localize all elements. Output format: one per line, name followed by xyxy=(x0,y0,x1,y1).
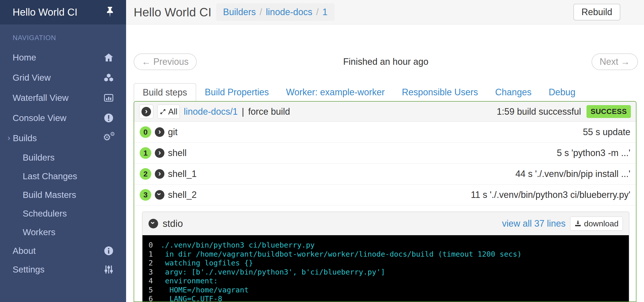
step-name: git xyxy=(168,127,178,137)
build-link[interactable]: linode-docs/1 xyxy=(184,106,238,117)
summary-separator: | xyxy=(242,106,244,117)
sidebar-item-builders[interactable]: Builders xyxy=(0,148,126,167)
expand-all-button[interactable]: All xyxy=(157,105,180,119)
step-name: shell_2 xyxy=(168,190,197,200)
tab-responsible-users[interactable]: Responsible Users xyxy=(393,83,487,101)
view-all-lines-link[interactable]: view all 37 lines xyxy=(502,218,566,229)
step-duration: 11 s './.venv/bin/python3 ci/blueberry.p… xyxy=(471,190,630,200)
sidebar-item-console-view[interactable]: Console View xyxy=(0,108,126,128)
cubes-icon xyxy=(103,73,114,82)
exclamation-circle-icon xyxy=(103,113,114,123)
sliders-icon xyxy=(103,265,114,274)
build-finished-status: Finished an hour ago xyxy=(343,56,428,67)
step-number-badge: 1 xyxy=(140,147,151,159)
next-build-button[interactable]: Next → xyxy=(592,53,638,70)
tab-debug[interactable]: Debug xyxy=(540,83,584,101)
chevron-right-icon[interactable] xyxy=(155,148,164,158)
chevron-right-icon[interactable] xyxy=(155,169,164,179)
collapse-toggle-button[interactable] xyxy=(139,105,153,119)
build-summary-panel: All linode-docs/1 | force build 1:59 bui… xyxy=(134,101,636,302)
build-summary-header: All linode-docs/1 | force build 1:59 bui… xyxy=(134,102,636,122)
info-circle-icon xyxy=(103,246,114,256)
breadcrumb-build-number[interactable]: 1 xyxy=(323,7,328,17)
sidebar-header: Hello World CI xyxy=(0,0,126,24)
step-duration: 55 s update xyxy=(583,127,630,137)
sidebar-item-build-masters[interactable]: Build Masters xyxy=(0,186,126,204)
page-header: Hello World CI Builders / linode-docs / … xyxy=(126,0,644,24)
main-content: Hello World CI Builders / linode-docs / … xyxy=(126,0,644,302)
sidebar-item-schedulers[interactable]: Schedulers xyxy=(0,204,126,223)
sidebar-item-home[interactable]: Home xyxy=(0,47,126,68)
breadcrumb-builder-name[interactable]: linode-docs xyxy=(266,7,312,17)
log-line: 2 watching logfiles {} xyxy=(149,259,629,268)
tab-build-steps[interactable]: Build steps xyxy=(134,83,196,101)
step-name: shell_1 xyxy=(168,169,197,179)
step-name: shell xyxy=(168,148,187,158)
expand-icon xyxy=(160,108,166,115)
log-line: 3 argv: [b'./.venv/bin/python3', b'ci/bl… xyxy=(149,268,629,277)
sidebar-item-waterfall-view[interactable]: Waterfall View xyxy=(0,88,126,108)
chevron-down-icon[interactable] xyxy=(149,219,158,228)
build-reason: force build xyxy=(248,106,290,117)
log-line: 4 environment: xyxy=(149,277,629,286)
sidebar-item-grid-view[interactable]: Grid View xyxy=(0,68,126,88)
log-title: stdio xyxy=(163,218,183,229)
log-line: 5 HOME=/home/vagrant xyxy=(149,286,629,295)
step-row-shell[interactable]: 1 shell 5 s 'python3 -m ...' xyxy=(134,143,636,164)
log-line: 0./.venv/bin/python3 ci/blueberry.py xyxy=(149,241,629,250)
bar-chart-icon xyxy=(103,93,114,103)
download-icon xyxy=(574,220,581,227)
tab-worker[interactable]: Worker: example-worker xyxy=(277,83,393,101)
build-pager: ← Previous Finished an hour ago Next → xyxy=(134,53,638,70)
chevron-right-icon[interactable] xyxy=(155,127,164,137)
gears-icon: ⚙⚙ xyxy=(103,132,114,144)
stdio-log-header: stdio view all 37 lines download xyxy=(142,212,629,235)
pin-icon[interactable] xyxy=(105,7,114,18)
success-badge: SUCCESS xyxy=(587,105,631,118)
step-number-badge: 0 xyxy=(140,126,151,138)
tab-build-properties[interactable]: Build Properties xyxy=(196,83,277,101)
step-row-git[interactable]: 0 git 55 s update xyxy=(134,122,636,143)
step-row-shell-1[interactable]: 2 shell_1 44 s './.venv/bin/pip install … xyxy=(134,164,636,185)
download-button[interactable]: download xyxy=(570,217,623,231)
step-number-badge: 2 xyxy=(140,168,151,180)
breadcrumb-builders[interactable]: Builders xyxy=(223,7,256,17)
log-line: 1 in dir /home/vagrant/buildbot-worker/w… xyxy=(149,250,629,259)
step-duration: 44 s './.venv/bin/pip install ...' xyxy=(515,169,630,179)
sidebar-item-workers[interactable]: Workers xyxy=(0,223,126,241)
build-tabs: Build steps Build Properties Worker: exa… xyxy=(134,83,636,101)
home-icon xyxy=(103,53,114,62)
chevron-right-icon xyxy=(141,107,151,116)
app-title: Hello World CI xyxy=(13,7,105,18)
breadcrumb: Builders / linode-docs / 1 xyxy=(216,3,335,21)
nav-section-label: NAVIGATION xyxy=(13,34,126,42)
stdio-log-card: stdio view all 37 lines download 0./.ven… xyxy=(142,212,629,301)
build-duration-status: 1:59 build successful xyxy=(497,106,581,117)
step-duration: 5 s 'python3 -m ...' xyxy=(557,148,630,158)
page-title: Hello World CI xyxy=(134,5,212,19)
rebuild-button[interactable]: Rebuild xyxy=(573,4,620,20)
tab-changes[interactable]: Changes xyxy=(487,83,540,101)
sidebar-item-about[interactable]: About xyxy=(0,241,126,260)
log-line: 6 LANG=C.UTF-8 xyxy=(149,294,629,301)
chevron-right-icon: › xyxy=(8,133,10,142)
step-row-shell-2[interactable]: 3 shell_2 11 s './.venv/bin/python3 ci/b… xyxy=(134,185,636,205)
sidebar-item-settings[interactable]: Settings xyxy=(0,260,126,279)
chevron-down-icon[interactable] xyxy=(155,190,164,200)
sidebar-item-builds[interactable]: › Builds ⚙⚙ xyxy=(0,128,126,148)
step-number-badge: 3 xyxy=(140,189,151,201)
previous-build-button[interactable]: ← Previous xyxy=(134,53,197,70)
sidebar: Hello World CI NAVIGATION Home Grid View… xyxy=(0,0,126,302)
log-terminal[interactable]: 0./.venv/bin/python3 ci/blueberry.py 1 i… xyxy=(142,235,629,301)
sidebar-item-last-changes[interactable]: Last Changes xyxy=(0,167,126,186)
breadcrumb-separator: / xyxy=(312,7,323,17)
breadcrumb-separator: / xyxy=(256,7,266,17)
